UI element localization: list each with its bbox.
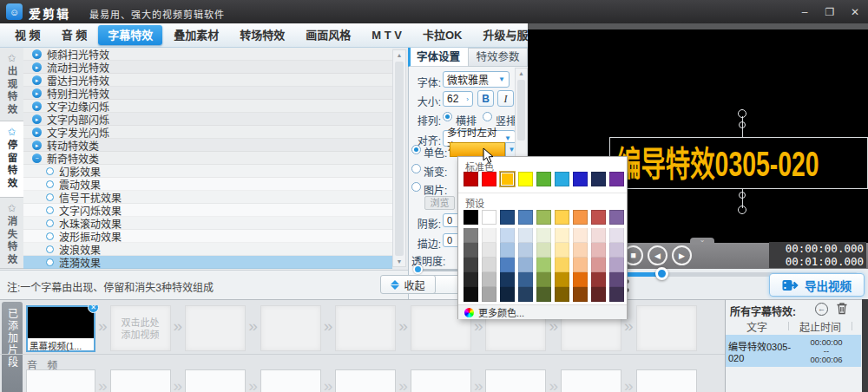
size-spinner-icon[interactable]: › bbox=[466, 95, 469, 103]
standard-color-swatch[interactable] bbox=[464, 172, 478, 186]
preset-shade-swatch[interactable] bbox=[591, 228, 606, 243]
collapse-notch-icon[interactable]: ⌄ bbox=[690, 238, 714, 244]
timeline-placeholder-slot[interactable] bbox=[335, 305, 396, 351]
clip-black-video[interactable]: 黑幕视频(1... ✕ bbox=[26, 305, 95, 352]
timeline-placeholder-slot[interactable] bbox=[636, 305, 697, 351]
italic-button[interactable]: I bbox=[497, 90, 514, 107]
browse-button[interactable]: 浏览 bbox=[424, 196, 455, 210]
nav-tab-transition-effects[interactable]: 转场特效 bbox=[230, 25, 294, 45]
collapse-button[interactable]: 收起 bbox=[380, 275, 436, 294]
expand-arrow-icon[interactable]: ▸ bbox=[32, 75, 42, 85]
preset-shade-swatch[interactable] bbox=[573, 228, 588, 243]
preset-shade-swatch[interactable] bbox=[555, 258, 569, 272]
preset-shade-swatch[interactable] bbox=[518, 243, 533, 258]
preset-shade-swatch[interactable] bbox=[464, 272, 478, 287]
nav-tab-subtitle-effects[interactable]: 字幕特效 bbox=[98, 25, 162, 45]
preset-shade-swatch[interactable] bbox=[573, 272, 588, 287]
scroll-up-icon[interactable]: ▲ bbox=[393, 52, 405, 58]
preset-shade-swatch[interactable] bbox=[591, 272, 606, 287]
radio-vertical[interactable] bbox=[483, 112, 492, 121]
preset-shade-swatch[interactable] bbox=[591, 258, 606, 272]
preset-color-swatch[interactable] bbox=[536, 210, 551, 225]
nav-tab-karaoke[interactable]: 卡拉OK bbox=[413, 25, 472, 45]
tab-font-settings[interactable]: 字体设置 bbox=[408, 48, 468, 67]
seek-slider-thumb[interactable] bbox=[655, 267, 668, 280]
expand-arrow-icon[interactable]: ▸ bbox=[32, 88, 42, 98]
preset-color-swatch[interactable] bbox=[482, 210, 496, 225]
single-color-swatch[interactable] bbox=[450, 142, 505, 157]
nav-tab-mtv[interactable]: M T V bbox=[362, 25, 411, 45]
standard-color-swatch[interactable] bbox=[518, 172, 533, 186]
remove-clip-icon[interactable]: ✕ bbox=[88, 305, 99, 313]
handle-bottom-outer[interactable] bbox=[738, 206, 746, 214]
preset-shade-swatch[interactable] bbox=[536, 228, 551, 243]
font-size-input[interactable]: 62 › bbox=[443, 91, 473, 107]
nav-tab-audio[interactable]: 音 频 bbox=[52, 25, 97, 45]
expand-arrow-icon[interactable]: ▸ bbox=[32, 49, 42, 59]
preset-shade-swatch[interactable] bbox=[573, 287, 588, 302]
rotate-handle[interactable] bbox=[738, 109, 746, 118]
preset-shade-swatch[interactable] bbox=[609, 228, 624, 243]
preset-shade-swatch[interactable] bbox=[609, 272, 624, 287]
preset-shade-swatch[interactable] bbox=[573, 243, 588, 258]
scroll-up-icon[interactable]: ▲ bbox=[516, 70, 527, 76]
preset-color-swatch[interactable] bbox=[555, 210, 569, 225]
side-tab-disappear-effects[interactable]: ✩ 消失特效 bbox=[0, 198, 23, 269]
prev-frame-button[interactable]: ◀ bbox=[648, 245, 667, 265]
nav-tab-overlay-material[interactable]: 叠加素材 bbox=[164, 25, 228, 45]
trash-icon[interactable] bbox=[836, 302, 848, 318]
preset-shade-swatch[interactable] bbox=[482, 243, 496, 258]
standard-color-swatch[interactable] bbox=[482, 172, 496, 186]
preset-shade-swatch[interactable] bbox=[536, 287, 551, 302]
next-frame-button[interactable]: ▶ bbox=[672, 245, 692, 265]
resize-handle-bottom[interactable] bbox=[739, 192, 746, 199]
radio-single-color[interactable] bbox=[411, 145, 421, 154]
radio-horizontal[interactable] bbox=[443, 112, 452, 121]
preset-shade-swatch[interactable] bbox=[500, 272, 515, 287]
preset-shade-swatch[interactable] bbox=[609, 287, 624, 302]
expand-arrow-icon[interactable]: ▸ bbox=[32, 127, 42, 137]
standard-color-swatch[interactable] bbox=[555, 172, 569, 186]
audio-placeholder-slot[interactable] bbox=[485, 369, 546, 392]
preset-shade-swatch[interactable] bbox=[609, 243, 624, 258]
nav-tab-video[interactable]: 视 频 bbox=[5, 25, 50, 45]
preset-color-swatch[interactable] bbox=[609, 210, 624, 225]
radio-gradient[interactable] bbox=[411, 164, 421, 173]
radio-image[interactable] bbox=[411, 182, 421, 192]
preset-shade-swatch[interactable] bbox=[482, 287, 496, 302]
timeline-placeholder-slot[interactable] bbox=[260, 305, 321, 351]
bold-button[interactable]: B bbox=[477, 90, 494, 107]
preset-color-swatch[interactable] bbox=[573, 210, 588, 225]
expand-arrow-icon[interactable]: ▸ bbox=[32, 101, 42, 111]
standard-color-swatch[interactable] bbox=[500, 172, 515, 186]
standard-color-swatch[interactable] bbox=[609, 172, 624, 186]
effects-scrollbar[interactable]: ▲ ▼ bbox=[392, 49, 406, 267]
minimize-icon[interactable]: – bbox=[799, 6, 811, 18]
audio-placeholder-slot[interactable] bbox=[636, 369, 697, 392]
font-family-select[interactable]: 微软雅黑 ▼ bbox=[443, 71, 510, 88]
preset-shade-swatch[interactable] bbox=[555, 287, 569, 302]
preset-shade-swatch[interactable] bbox=[555, 272, 569, 287]
audio-placeholder-slot[interactable] bbox=[260, 369, 321, 392]
preset-color-swatch[interactable] bbox=[500, 210, 515, 225]
preset-shade-swatch[interactable] bbox=[500, 287, 515, 302]
preset-shade-swatch[interactable] bbox=[482, 258, 496, 272]
scroll-down-icon[interactable]: ▼ bbox=[393, 258, 405, 265]
preset-shade-swatch[interactable] bbox=[518, 272, 533, 287]
collapse-minus-icon[interactable]: − bbox=[32, 154, 42, 163]
timeline-placeholder-slot[interactable]: 双击此处添加视频 bbox=[110, 305, 171, 351]
nav-tab-picture-style[interactable]: 画面风格 bbox=[296, 25, 360, 45]
back-arrow-icon[interactable]: ← bbox=[815, 303, 828, 316]
preset-shade-swatch[interactable] bbox=[555, 228, 569, 243]
preset-shade-swatch[interactable] bbox=[518, 228, 533, 243]
audio-placeholder-slot[interactable] bbox=[335, 369, 396, 392]
close-icon[interactable]: ✕ bbox=[849, 6, 861, 18]
resize-handle-top[interactable] bbox=[739, 121, 746, 128]
preset-shade-swatch[interactable] bbox=[591, 243, 606, 258]
expand-arrow-icon[interactable]: ▸ bbox=[32, 140, 42, 150]
preset-shade-swatch[interactable] bbox=[500, 228, 515, 243]
preset-shade-swatch[interactable] bbox=[555, 243, 569, 258]
standard-color-swatch[interactable] bbox=[573, 172, 588, 186]
preset-shade-swatch[interactable] bbox=[573, 258, 588, 272]
audio-placeholder-slot[interactable] bbox=[110, 369, 171, 392]
